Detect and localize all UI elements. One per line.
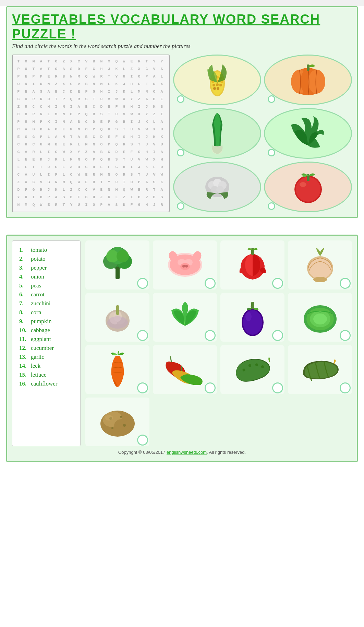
word-label: peas: [31, 282, 41, 289]
grid-cell: A: [52, 133, 60, 140]
grid-cell: U: [120, 72, 128, 80]
grid-cell: U: [98, 95, 105, 103]
grid-cell: A: [45, 125, 52, 133]
word-list-item: 16.cauliflower: [19, 379, 73, 388]
word-search-grid[interactable]: TOMATOZXCVBNMQWERTYYPOTATOASDFGHJKLZXCVS…: [12, 55, 170, 212]
grid-cell: E: [83, 178, 90, 186]
copyright-link[interactable]: englishwsheets.com: [167, 450, 207, 455]
grid-cell: C: [30, 178, 37, 186]
grid-cell: S: [98, 110, 105, 118]
grid-cell: R: [90, 178, 98, 186]
grid-cell: U: [22, 103, 30, 110]
word-list-item: 5.peas: [19, 281, 73, 290]
grid-cell: E: [98, 118, 105, 125]
grid-cell: I: [150, 148, 158, 155]
grid-cell: N: [52, 178, 60, 186]
grid-cell: O: [22, 65, 30, 72]
grid-cell: L: [60, 186, 68, 193]
grid-cell: L: [113, 193, 120, 201]
svg-point-11: [213, 87, 216, 90]
eggplant-num-circle: [272, 330, 283, 341]
grid-cell: N: [60, 133, 68, 140]
grid-cell: K: [105, 193, 113, 201]
grid-cell: F: [113, 103, 120, 110]
grid-cell: K: [52, 155, 60, 163]
grid-cell: G: [120, 133, 128, 140]
grid-cell: R: [68, 140, 75, 148]
word-label: corn: [31, 309, 41, 316]
grid-cell: W: [37, 201, 45, 208]
grid-cell: M: [45, 140, 52, 148]
grid-cell: K: [150, 103, 158, 110]
word-num: 15.: [19, 371, 29, 378]
grid-cell: L: [15, 155, 22, 163]
grid-cell: I: [30, 193, 37, 201]
grid-cell: B: [37, 125, 45, 133]
grid-cell: B: [52, 87, 60, 95]
grid-cell: G: [135, 201, 143, 208]
grid-cell: A: [143, 178, 150, 186]
grid-cell: O: [83, 125, 90, 133]
grid-cell: G: [90, 87, 98, 95]
grid-cell: M: [98, 80, 105, 87]
word-label: potato: [31, 256, 46, 262]
word-list-panel: 1.tomato2.potato3.pepper4.onion5.peas6.c…: [12, 240, 81, 446]
grid-cell: D: [120, 201, 128, 208]
grid-cell: L: [158, 72, 166, 80]
grid-cell: H: [143, 148, 150, 155]
grid-cell: Z: [120, 193, 128, 201]
grid-cell: E: [22, 72, 30, 80]
veggie-cell-pepper: [220, 240, 284, 289]
grid-cell: T: [52, 95, 60, 103]
word-list-item: 2.potato: [19, 255, 73, 263]
grid-cell: E: [22, 155, 30, 163]
grid-cell: L: [120, 65, 128, 72]
grid-cell: A: [158, 148, 166, 155]
grid-cell: R: [105, 125, 113, 133]
grid-cell: I: [128, 118, 135, 125]
grid-cell: X: [68, 57, 75, 65]
grid-cell: A: [158, 118, 166, 125]
grid-cell: S: [158, 193, 166, 201]
grid-cell: R: [135, 57, 143, 65]
grid-cell: A: [158, 186, 166, 193]
pepper-num-circle: [272, 278, 283, 289]
svg-point-42: [185, 265, 188, 268]
grid-cell: O: [83, 155, 90, 163]
grid-cell: F: [83, 87, 90, 95]
word-label: tomato: [31, 247, 47, 253]
grid-cell: I: [135, 133, 143, 140]
grid-cell: U: [37, 140, 45, 148]
grid-cell: V: [105, 95, 113, 103]
word-list-item: 1.tomato: [19, 246, 73, 255]
grid-cell: B: [45, 178, 52, 186]
grid-cell: H: [98, 87, 105, 95]
word-label: cauliflower: [31, 380, 57, 387]
grid-cell: B: [75, 118, 83, 125]
grid-cell: D: [68, 193, 75, 201]
grid-cell: S: [158, 65, 166, 72]
grid-cell: R: [158, 201, 166, 208]
grid-cell: S: [113, 125, 120, 133]
grid-cell: E: [75, 87, 83, 95]
word-list-item: 4.onion: [19, 272, 73, 281]
grid-cell: V: [150, 170, 158, 178]
grid-cell: T: [135, 170, 143, 178]
word-num: 3.: [19, 264, 29, 271]
grid-cell: H: [158, 155, 166, 163]
grid-cell: B: [52, 140, 60, 148]
grid-cell: M: [105, 57, 113, 65]
grid-cell: Q: [113, 57, 120, 65]
word-list-item: 9.pumpkin: [19, 317, 73, 326]
grid-cell: A: [90, 148, 98, 155]
grid-cell: W: [75, 170, 83, 178]
grid-cell: R: [37, 95, 45, 103]
grid-cell: I: [52, 103, 60, 110]
garlic-num-circle: [137, 330, 148, 341]
grid-cell: N: [15, 201, 22, 208]
svg-point-9: [216, 83, 219, 86]
grid-cell: S: [128, 170, 135, 178]
word-list-item: 3.pepper: [19, 263, 73, 272]
grid-cell: T: [68, 133, 75, 140]
grid-cell: G: [15, 148, 22, 155]
